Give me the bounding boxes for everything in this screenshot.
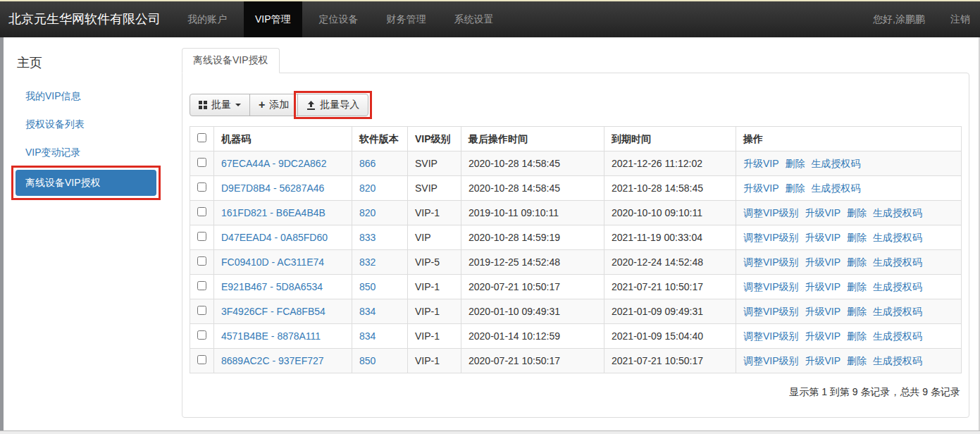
row-checkbox[interactable] bbox=[197, 256, 206, 266]
action-link[interactable]: 删除 bbox=[847, 232, 867, 243]
action-link[interactable]: 生成授权码 bbox=[811, 182, 860, 194]
vip-level-cell: VIP-1 bbox=[408, 275, 461, 299]
row-checkbox[interactable] bbox=[197, 306, 206, 315]
action-link[interactable]: 删除 bbox=[847, 306, 867, 317]
sidebar-item[interactable]: 离线设备VIP授权 bbox=[15, 170, 156, 196]
version-link[interactable]: 820 bbox=[359, 182, 376, 194]
column-header-version: 软件版本 bbox=[352, 127, 408, 151]
action-link[interactable]: 删除 bbox=[785, 182, 805, 194]
action-link[interactable]: 生成授权码 bbox=[811, 158, 860, 169]
sidebar-item-link[interactable]: 离线设备VIP授权 bbox=[15, 177, 101, 190]
action-link[interactable]: 生成授权码 bbox=[873, 232, 922, 243]
machine-code-link[interactable]: FC09410D - AC311E74 bbox=[221, 256, 324, 268]
action-link[interactable]: 删除 bbox=[847, 330, 867, 342]
nav-item[interactable]: 定位设备 bbox=[308, 1, 370, 37]
row-checkbox[interactable] bbox=[197, 182, 206, 192]
nav-item[interactable]: 我的账户 bbox=[176, 1, 238, 37]
action-link[interactable]: 升级VIP bbox=[805, 207, 841, 218]
action-link[interactable]: 删除 bbox=[785, 158, 805, 169]
machine-code-link[interactable]: D9E7D8B4 - 56287A46 bbox=[221, 182, 324, 194]
row-checkbox[interactable] bbox=[197, 232, 206, 241]
machine-code-link[interactable]: 67ECA44A - 9DC2A862 bbox=[221, 158, 326, 169]
nav-item[interactable]: VIP管理 bbox=[244, 1, 302, 37]
sidebar-item[interactable]: VIP变动记录 bbox=[17, 139, 182, 167]
nav-item-link[interactable]: 财务管理 bbox=[376, 1, 438, 37]
row-checkbox-cell bbox=[190, 349, 214, 373]
version-link[interactable]: 834 bbox=[359, 330, 376, 342]
action-link[interactable]: 升级VIP bbox=[743, 158, 779, 169]
version-link[interactable]: 832 bbox=[359, 256, 376, 268]
sidebar-item-link[interactable]: 授权设备列表 bbox=[17, 118, 85, 131]
vip-level-cell: VIP bbox=[408, 225, 461, 250]
version-link[interactable]: 833 bbox=[359, 232, 376, 243]
action-link[interactable]: 生成授权码 bbox=[873, 281, 922, 292]
nav-item[interactable]: 财务管理 bbox=[376, 1, 438, 37]
sidebar-item[interactable]: 我的VIP信息 bbox=[17, 82, 182, 111]
action-link[interactable]: 生成授权码 bbox=[873, 355, 922, 366]
action-link[interactable]: 升级VIP bbox=[805, 281, 841, 292]
version-link[interactable]: 850 bbox=[359, 355, 376, 366]
nav-item[interactable]: 系统设置 bbox=[443, 1, 505, 37]
action-link[interactable]: 删除 bbox=[847, 355, 867, 366]
action-link[interactable]: 升级VIP bbox=[805, 232, 841, 243]
row-checkbox[interactable] bbox=[197, 281, 206, 290]
nav-item-link[interactable]: 定位设备 bbox=[308, 1, 370, 37]
action-link[interactable]: 调整VIP级别 bbox=[743, 330, 799, 342]
tab-offline-vip[interactable]: 离线设备VIP授权 bbox=[182, 48, 280, 73]
row-checkbox[interactable] bbox=[197, 158, 206, 167]
action-link[interactable]: 调整VIP级别 bbox=[743, 355, 799, 366]
machine-code-link[interactable]: 161FD821 - B6EA4B4B bbox=[221, 207, 325, 218]
column-header-expire: 到期时间 bbox=[604, 127, 736, 151]
sidebar-item-link[interactable]: VIP变动记录 bbox=[17, 147, 81, 159]
tab-pane: 批量 + 添加 批量导入 bbox=[182, 73, 969, 418]
table-row: 67ECA44A - 9DC2A862 866 SVIP 2020-10-28 … bbox=[190, 151, 962, 176]
expire-cell: 2021-12-26 11:12:02 bbox=[604, 151, 736, 176]
last-op-cell: 2020-10-28 14:59:19 bbox=[461, 225, 604, 250]
machine-code-link[interactable]: 8689AC2C - 937EF727 bbox=[221, 355, 324, 366]
action-link[interactable]: 调整VIP级别 bbox=[743, 207, 799, 218]
upload-icon bbox=[306, 101, 316, 110]
sidebar-item-link[interactable]: 我的VIP信息 bbox=[17, 90, 81, 103]
action-link[interactable]: 调整VIP级别 bbox=[743, 256, 799, 268]
action-link[interactable]: 升级VIP bbox=[805, 256, 841, 268]
machine-code-link[interactable]: 3F4926CF - FCA8FB54 bbox=[221, 306, 325, 317]
bulk-import-button[interactable]: 批量导入 bbox=[297, 94, 368, 116]
select-all-checkbox[interactable] bbox=[197, 133, 206, 142]
machine-code-link[interactable]: E921B467 - 5D8A6534 bbox=[221, 281, 323, 292]
action-link[interactable]: 删除 bbox=[847, 256, 867, 268]
action-link[interactable]: 生成授权码 bbox=[873, 256, 922, 268]
version-link[interactable]: 866 bbox=[359, 158, 376, 169]
version-link[interactable]: 834 bbox=[359, 306, 376, 317]
logout-link[interactable]: 注销 bbox=[950, 13, 970, 26]
table-row: FC09410D - AC311E74 832 VIP-5 2019-12-25… bbox=[190, 250, 962, 275]
action-link[interactable]: 调整VIP级别 bbox=[743, 306, 799, 317]
version-link[interactable]: 850 bbox=[359, 281, 376, 292]
batch-button[interactable]: 批量 bbox=[190, 94, 250, 116]
action-link[interactable]: 删除 bbox=[847, 281, 867, 292]
row-checkbox-cell bbox=[190, 275, 214, 299]
row-checkbox[interactable] bbox=[197, 330, 206, 340]
action-link[interactable]: 升级VIP bbox=[805, 355, 841, 366]
machine-code-link[interactable]: D47EEAD4 - 0A85FD60 bbox=[221, 232, 328, 243]
machine-code-link[interactable]: 4571B4BE - 8878A111 bbox=[221, 330, 321, 342]
action-link[interactable]: 调整VIP级别 bbox=[743, 281, 799, 292]
action-link[interactable]: 调整VIP级别 bbox=[743, 232, 799, 243]
row-checkbox[interactable] bbox=[197, 355, 206, 364]
row-checkbox-cell bbox=[190, 299, 214, 324]
action-link[interactable]: 升级VIP bbox=[805, 306, 841, 317]
row-checkbox[interactable] bbox=[197, 207, 206, 216]
sidebar-item[interactable]: 授权设备列表 bbox=[17, 111, 182, 139]
action-link[interactable]: 删除 bbox=[847, 207, 867, 218]
nav-item-link[interactable]: 我的账户 bbox=[176, 1, 238, 37]
action-link[interactable]: 生成授权码 bbox=[873, 306, 922, 317]
row-checkbox-cell bbox=[190, 250, 214, 275]
action-link[interactable]: 生成授权码 bbox=[873, 330, 922, 342]
action-link[interactable]: 升级VIP bbox=[743, 182, 779, 194]
machine-code-cell: FC09410D - AC311E74 bbox=[214, 250, 352, 275]
add-button[interactable]: + 添加 bbox=[249, 94, 298, 116]
action-link[interactable]: 生成授权码 bbox=[873, 207, 922, 218]
nav-item-link[interactable]: VIP管理 bbox=[244, 1, 302, 37]
nav-item-link[interactable]: 系统设置 bbox=[443, 1, 505, 37]
action-link[interactable]: 升级VIP bbox=[805, 330, 841, 342]
version-link[interactable]: 820 bbox=[359, 207, 376, 218]
